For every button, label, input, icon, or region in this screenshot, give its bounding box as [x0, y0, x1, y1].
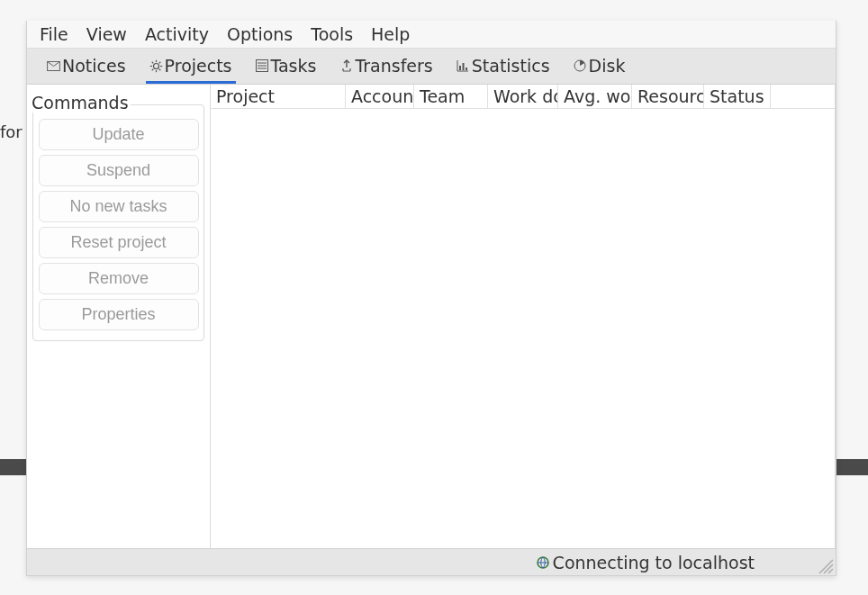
content-area: Commands Update Suspend No new tasks Res…	[27, 85, 836, 548]
transfer-icon	[339, 59, 353, 73]
col-project[interactable]: Project	[211, 85, 346, 108]
list-icon	[256, 59, 269, 73]
svg-rect-18	[466, 68, 467, 70]
col-resource-share[interactable]: Resource	[632, 85, 704, 108]
tab-disk[interactable]: Disk	[570, 52, 629, 84]
svg-point-1	[153, 63, 158, 68]
col-status[interactable]: Status	[704, 85, 771, 108]
commands-panel: Commands Update Suspend No new tasks Res…	[27, 85, 211, 548]
svg-line-9	[158, 61, 160, 63]
svg-line-23	[828, 569, 833, 573]
statusbar: Connecting to localhost	[27, 548, 836, 575]
tab-label: Statistics	[472, 56, 550, 76]
menu-activity[interactable]: Activity	[138, 23, 216, 46]
tab-statistics[interactable]: Statistics	[453, 52, 554, 84]
barchart-icon	[457, 59, 470, 73]
col-avg-work[interactable]: Avg. wor	[558, 85, 632, 108]
commands-legend: Commands	[30, 93, 131, 113]
menu-tools[interactable]: Tools	[303, 23, 360, 46]
no-new-tasks-button[interactable]: No new tasks	[39, 191, 199, 222]
projects-table-header: Project Account Team Work do Avg. wor Re…	[211, 85, 835, 109]
app-window: File View Activity Options Tools Help No…	[26, 21, 836, 576]
svg-rect-17	[463, 63, 465, 70]
tab-label: Disk	[589, 56, 626, 76]
update-button[interactable]: Update	[39, 119, 199, 150]
tab-label: Transfers	[355, 56, 432, 76]
svg-rect-16	[459, 66, 461, 70]
gear-icon	[149, 59, 163, 73]
col-spacer	[771, 85, 835, 108]
svg-line-22	[824, 564, 833, 573]
remove-button[interactable]: Remove	[39, 263, 199, 294]
col-team[interactable]: Team	[414, 85, 488, 108]
tab-tasks[interactable]: Tasks	[252, 52, 321, 84]
menu-options[interactable]: Options	[220, 23, 300, 46]
menubar: File View Activity Options Tools Help	[27, 21, 836, 49]
svg-line-7	[158, 68, 160, 70]
tab-label: Notices	[62, 56, 126, 76]
tab-projects[interactable]: Projects	[146, 52, 236, 84]
commands-fieldset: Commands Update Suspend No new tasks Res…	[32, 104, 204, 341]
col-account[interactable]: Account	[346, 85, 414, 108]
statusbar-text: Connecting to localhost	[553, 553, 755, 572]
svg-line-8	[151, 68, 153, 70]
tab-transfers[interactable]: Transfers	[336, 52, 436, 84]
mail-icon	[47, 59, 60, 73]
network-icon	[537, 556, 549, 569]
properties-button[interactable]: Properties	[39, 299, 199, 330]
svg-line-6	[151, 61, 153, 63]
disk-icon	[574, 59, 587, 73]
menu-help[interactable]: Help	[364, 23, 417, 46]
tab-label: Projects	[165, 56, 232, 76]
menu-file[interactable]: File	[32, 23, 76, 46]
reset-project-button[interactable]: Reset project	[39, 227, 199, 258]
projects-table: Project Account Team Work do Avg. wor Re…	[211, 85, 836, 548]
menu-view[interactable]: View	[79, 23, 134, 46]
projects-table-body	[211, 109, 835, 548]
col-work-done[interactable]: Work do	[488, 85, 558, 108]
suspend-button[interactable]: Suspend	[39, 155, 199, 186]
tab-label: Tasks	[271, 56, 317, 76]
resize-grip-icon[interactable]	[814, 554, 834, 574]
tab-notices[interactable]: Notices	[43, 52, 130, 84]
tabbar: Notices Projects Tasks Transfers Statist…	[27, 49, 836, 85]
